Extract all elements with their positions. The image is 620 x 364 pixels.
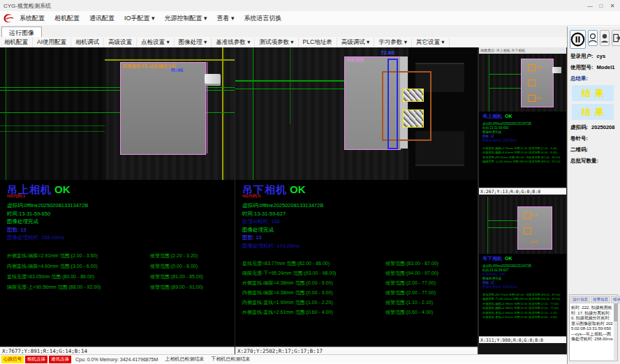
baseline-green-1: [489, 74, 522, 75]
toolbar-button[interactable]: 点检设置 ▾: [137, 38, 175, 47]
menu-item[interactable]: 光源控制配置 ▾: [160, 13, 212, 24]
status-badge: 相机连接: [25, 356, 47, 363]
blue-measure-box: [388, 59, 398, 149]
measurement-value: 外侧直线-直线=2.61mm 范围:(0.60 - 4.00): [482, 315, 529, 319]
log-scrollbar[interactable]: [614, 302, 617, 360]
pixel-status-bar-preview-bottom: X:311;Y:980;R:0;G:0;B:0: [479, 336, 566, 343]
measurement-row: 隔膜宽度-上=90.56mm 范围:(88.00 - 92.00) 报警范围:(…: [7, 282, 235, 293]
toolbar-button[interactable]: 高级设置: [104, 38, 137, 47]
measurement-value: 直线宽度=83.05mm 范围:(80.00 - 86.00): [482, 156, 529, 159]
alarm-range: 报警范围:(2.00 - 77.00): [385, 280, 478, 287]
minimize-button[interactable]: —: [585, 3, 595, 9]
user-settings-button[interactable]: [600, 30, 610, 46]
model-label: 使用型号:: [570, 64, 593, 70]
toolbar-button[interactable]: 基准线参数 ▾: [212, 38, 255, 47]
preview-text-bottom: 吊下相机OK 虚拟码:0ffline2025020813313472B时间:13…: [479, 254, 566, 319]
login-user-row: 登录用户: cys: [570, 53, 620, 60]
measurement-row: 隔膜宽度-上=90.56mm 范围:(88.00 - 92.00) 报警范围:(…: [482, 160, 566, 165]
measurement-value: 内侧直线-直线=1.90mm 范围:(1.00 - 2.20): [482, 311, 529, 314]
info-line: 图像处理耗时: 258.00ms: [7, 234, 235, 242]
log-tab[interactable]: 运行信息: [570, 296, 590, 303]
measurement-list: 直线宽度=83.77mm 范围:(82.00 - 88.00) 报警范围:(83…: [242, 259, 478, 317]
alarm-range: 报警范围:(2.00 - 77.00): [529, 302, 566, 305]
measurement-value: 隔膜宽度-上=90.56mm 范围:(88.00 - 92.00): [482, 160, 529, 163]
alarm-range: 报警范围:(83.00 - 87.00): [385, 260, 478, 267]
alarm-range: 报警范围:(89.00 - 91.00): [150, 284, 235, 291]
camera-image-bottom[interactable]: AI检测框 72.60: [235, 47, 478, 180]
toolbar-button[interactable]: 其它设置 ▾: [412, 38, 450, 47]
alarm-range: 报警范围:(1.10 - 2.10): [385, 299, 478, 306]
app-window: CYG-视觉检测系统 — □ ✕ 系统配置相机配置通讯配置IO手配置 ▾光源控制…: [0, 0, 620, 364]
measurement-row: 直线宽度=83.05mm 范围:(80.00 - 86.00) 报警范围:(81…: [7, 272, 235, 282]
login-user-button[interactable]: [588, 30, 598, 46]
info-lines: 虚拟码:0ffline2025020813313472B时间:13-31-59-…: [7, 202, 235, 242]
measurement-value: 内侧直线-隔膜=4.60mm 范围:(3.00 - 6.00): [482, 151, 529, 154]
measurement-value: 直线宽度=83.77mm 范围:(82.00 - 88.00): [482, 293, 529, 296]
measurement-value: 直线宽度=83.05mm 范围:(80.00 - 86.00): [7, 273, 150, 280]
batch-count-label: 总批写数量:: [570, 158, 620, 165]
measurement-row: 直线宽度=83.77mm 范围:(82.00 - 88.00) 报警范围:(83…: [482, 292, 566, 297]
info-line: 图像处理耗时: 143.00ms: [482, 285, 566, 289]
info-lines: 虚拟码:0ffline2025020813313472B时间:13-31-59-…: [242, 202, 478, 250]
pause-button[interactable]: [570, 30, 586, 49]
alarm-range: 报警范围:(2.20 - 3.20): [150, 252, 235, 259]
blue-measure-label: R:46: [171, 67, 183, 73]
toolbar-button[interactable]: 图像处理 ▾: [175, 38, 212, 47]
green-vertical-line: [489, 54, 489, 112]
measurement-value: 内侧直线-隔膜=4.38mm 范围:(0.00 - 9.00): [482, 306, 529, 310]
toolbar-button[interactable]: 测试项参数 ▾: [255, 38, 298, 47]
menu-item[interactable]: IO手配置 ▾: [119, 13, 160, 24]
toolbar-button[interactable]: 相机调试: [71, 38, 104, 47]
green-vertical-line: [487, 197, 488, 254]
preview-image-top[interactable]: 26.63 24.03: [479, 54, 566, 112]
preview-column: 画面显示: 吊上相机 吊下相机 26.63 24.03 吊上相机OK: [479, 47, 566, 354]
measurement-row: 外侧直线-隔膜=2.91mm 范围:(2.00 - 3.50) 报警范围:(2.…: [482, 146, 566, 151]
toolbar-button[interactable]: PLC地址表: [299, 38, 337, 47]
measurement-value: 内侧直线-直线=1.90mm 范围:(1.00 - 2.20): [242, 299, 385, 306]
preview-image-bottom[interactable]: 23.98 22.60: [479, 197, 566, 254]
measurement-row: 内侧直线-直线=1.90mm 范围:(1.00 - 2.20) 报警范围:(1.…: [242, 298, 478, 308]
preview-header: 画面显示: 吊上相机 吊下相机: [479, 47, 566, 54]
measurement-row: 外侧直线-直线=2.61mm 范围:(0.60 - 4.00) 报警范围:(0.…: [482, 315, 566, 320]
menu-item[interactable]: 系统配置: [15, 13, 50, 24]
measurement-row: 直线宽度=83.05mm 范围:(80.00 - 86.00) 报警范围:(81…: [482, 155, 566, 160]
log-tab[interactable]: 报警信息: [591, 296, 610, 303]
toolbar-button[interactable]: 学习参数 ▾: [374, 38, 412, 47]
measurement-row: 内侧直线-隔膜=4.38mm 范围:(0.00 - 9.00) 报警范围:(2.…: [482, 306, 566, 311]
roi-box-2: [524, 227, 531, 234]
measurement-row: 内侧直线-隔膜=4.60mm 范围:(3.00 - 6.00) 报警范围:(0.…: [482, 151, 566, 156]
toolbar-button[interactable]: AI使用配置: [33, 38, 71, 47]
measurement-row: 隔膜宽度-下=95.24mm 范围:(93.00 - 98.00) 报警范围:(…: [242, 268, 478, 278]
close-button[interactable]: ✕: [607, 3, 617, 9]
baseline-green-4: [0, 126, 105, 126]
cpu-memory-text: Cpu: 0.0% Memory: 3424.41796875M: [75, 357, 158, 362]
exit-button[interactable]: [612, 30, 620, 46]
yellow-horizontal-line: [105, 59, 235, 61]
camera-image-top[interactable]: 灰度阈值:93, 动态阈值:100 R:46: [0, 47, 235, 180]
product-region: 灰度阈值:93, 动态阈值:100: [120, 62, 206, 155]
qrcode-label: 二维码:: [570, 146, 620, 153]
info-line: 图像处理完成: [7, 218, 235, 226]
alarm-range: 报警范围:(2.20 - 3.20): [529, 146, 566, 150]
window-titlebar: CYG-视觉检测系统 — □ ✕: [0, 0, 620, 12]
status-badge: 通讯连接: [49, 356, 71, 363]
result-display-bottom: 结果: [572, 104, 614, 120]
menu-item[interactable]: 通讯配置: [84, 13, 119, 24]
measurement-value: 隔膜宽度-上=90.56mm 范围:(88.00 - 92.00): [7, 284, 150, 291]
menu-item[interactable]: 查看 ▾: [212, 13, 239, 24]
menu-item[interactable]: 相机配置: [50, 13, 84, 24]
virtual-code-label: 虚拟码:: [570, 124, 588, 130]
pixel-status-bar-preview-top: X:267;Y:13;R:0;G:0;B:0: [479, 188, 566, 195]
log-scrollbar-thumb[interactable]: [614, 303, 617, 321]
info-line: 图像处理完成: [242, 226, 478, 234]
toolbar-button[interactable]: 相机配置: [0, 38, 33, 47]
menu-item[interactable]: 系统语言切换: [239, 13, 287, 24]
toolbar-button[interactable]: 高级调试 ▾: [337, 38, 375, 47]
camera-top-done-message: 上相机已检测结束: [165, 356, 204, 363]
maximize-button[interactable]: □: [596, 3, 606, 9]
status-badge: 心跳信号: [1, 356, 24, 363]
measurement-row: 外侧直线-隔膜=2.91mm 范围:(2.00 - 3.50) 报警范围:(2.…: [7, 251, 235, 261]
alarm-range: 报警范围:(94.00 - 97.00): [385, 270, 478, 277]
preview-text-top: 吊上相机OK 虚拟码:0ffline2025020813313472B时间:13…: [479, 112, 566, 164]
measurement-value: 内侧直线-隔膜=4.38mm 范围:(0.00 - 9.00): [242, 289, 385, 296]
